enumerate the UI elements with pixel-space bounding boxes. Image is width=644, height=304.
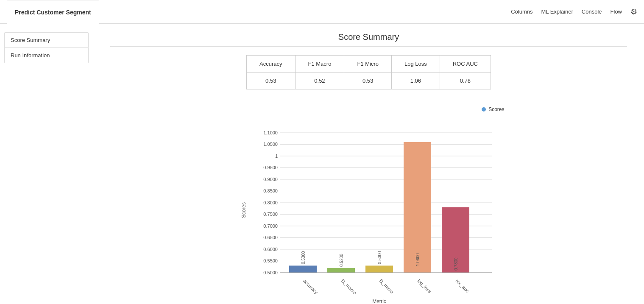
nav-flow[interactable]: Flow [611,8,622,15]
col-header-accuracy: Accuracy [247,56,295,73]
chart-plot: .ytick { font-size: 11px; fill: #555; } … [254,116,505,304]
svg-text:0.8000: 0.8000 [263,200,278,205]
bar-label-rocauc: 0.7800 [454,257,458,271]
section-title: Score Summary [110,32,627,47]
xlabel-f1micro: f1_micro [378,278,394,294]
bar-chart-svg: .ytick { font-size: 11px; fill: #555; } … [254,116,500,294]
cell-accuracy: 0.53 [247,73,295,89]
bar-label-f1macro: 0.5200 [339,254,344,267]
bar-f1micro [365,266,393,273]
svg-text:1.0500: 1.0500 [263,142,278,147]
main-layout: Score Summary Run Information Score Summ… [0,24,644,304]
nav-console[interactable]: Console [582,8,602,15]
xlabel-logloss: log_loss [416,278,432,294]
svg-text:1.1000: 1.1000 [263,130,278,135]
svg-text:0.5000: 0.5000 [263,270,278,275]
content-area: Score Summary Accuracy F1 Macro F1 Micro… [93,24,644,304]
sidebar-item-run-information[interactable]: Run Information [4,47,89,63]
xlabel-accuracy: accuracy [302,278,319,294]
bar-label-logloss: 1.0600 [415,253,420,266]
svg-text:0.8500: 0.8500 [263,188,278,193]
cell-rocauc: 0.78 [440,73,491,89]
svg-text:0.9000: 0.9000 [263,177,278,182]
xlabel-f1macro: f1_macro [340,278,357,294]
gear-icon[interactable]: ⚙ [630,7,637,17]
nav-columns[interactable]: Columns [511,8,532,15]
cell-logloss: 1.06 [391,73,440,89]
score-table: Accuracy F1 Macro F1 Micro Log Loss ROC … [246,55,491,89]
col-header-logloss: Log Loss [391,56,440,73]
x-axis-label: Metric [254,298,505,304]
svg-text:0.9500: 0.9500 [263,165,278,170]
header: Predict Customer Segment Columns ML Expl… [0,0,644,24]
svg-text:0.5500: 0.5500 [263,258,278,263]
xlabel-rocauc: roc_auc [454,278,470,294]
svg-text:0.6000: 0.6000 [263,247,278,252]
svg-text:1: 1 [275,153,277,159]
svg-text:0.7000: 0.7000 [263,223,278,229]
legend-label: Scores [488,106,504,112]
svg-text:0.6500: 0.6500 [263,235,278,240]
col-header-f1macro: F1 Macro [295,56,344,73]
svg-text:0.7500: 0.7500 [263,212,278,217]
sidebar: Score Summary Run Information [0,24,93,304]
bar-label-accuracy: 0.5300 [301,251,306,264]
bar-f1macro [327,268,355,273]
nav-ml-explainer[interactable]: ML Explainer [541,8,573,15]
bar-logloss [404,142,431,273]
tab-predict-customer-segment[interactable]: Predict Customer Segment [7,0,99,24]
bar-label-f1micro: 0.5300 [377,251,382,264]
header-nav: Columns ML Explainer Console Flow ⚙ [511,7,637,17]
table-row: 0.53 0.52 0.53 1.06 0.78 [247,73,491,89]
sidebar-item-score-summary[interactable]: Score Summary [4,32,89,48]
y-axis-label: Scores [241,202,247,218]
col-header-rocauc: ROC AUC [440,56,491,73]
chart-legend: Scores [233,106,505,112]
cell-f1macro: 0.52 [295,73,344,89]
chart-container: Scores Scores .ytick { font-size: 11p [233,106,505,304]
legend-dot [482,107,486,112]
col-header-f1micro: F1 Micro [344,56,392,73]
bar-accuracy [289,266,317,273]
cell-f1micro: 0.53 [344,73,392,89]
